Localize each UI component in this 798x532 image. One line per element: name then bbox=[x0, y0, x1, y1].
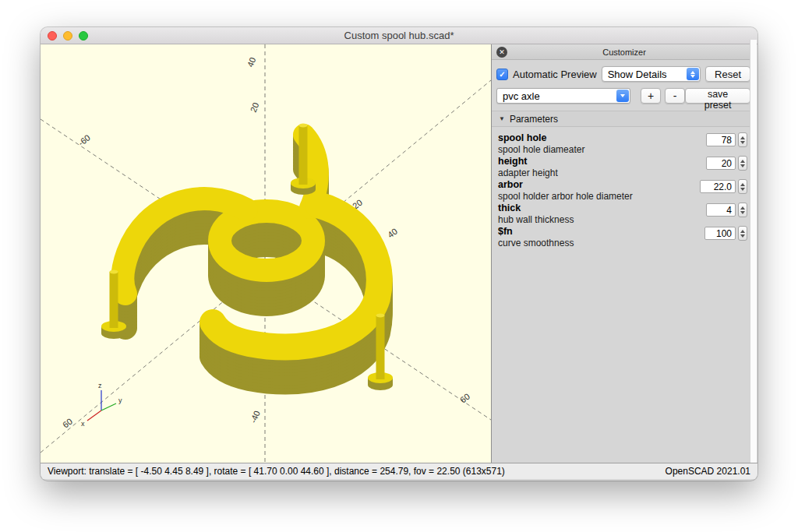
parameter-name: arbor bbox=[498, 179, 708, 191]
parameter-row-spool-hole: spool hole spool hole diameater bbox=[492, 132, 757, 156]
axis-tick-label: -60 bbox=[76, 132, 92, 147]
height-stepper[interactable] bbox=[738, 156, 747, 171]
parameter-name: $fn bbox=[498, 226, 708, 238]
fn-stepper[interactable] bbox=[738, 226, 747, 241]
parameters-header-label: Parameters bbox=[510, 114, 558, 125]
parameter-row-thick: thick hub wall thickness bbox=[492, 203, 757, 226]
parameter-description: spool hole diameater bbox=[498, 144, 708, 155]
fn-input[interactable] bbox=[704, 227, 736, 240]
axis-tick-label: 40 bbox=[386, 227, 399, 240]
parameter-row-fn: $fn curve smoothness bbox=[492, 226, 757, 249]
main-content: -60 40 20 20 40 60 -40 60 bbox=[41, 44, 757, 463]
customizer-panel: ✕ Customizer ✓ Automatic Preview Show De… bbox=[491, 44, 757, 463]
axis-tick-label: -40 bbox=[249, 410, 262, 425]
parameter-row-height: height adapter height bbox=[492, 156, 757, 179]
thick-input[interactable] bbox=[706, 203, 736, 217]
customizer-toolbar-presets: pvc axle + - save preset bbox=[492, 86, 757, 111]
axis-tick-label: 60 bbox=[61, 417, 74, 430]
spool-hole-stepper[interactable] bbox=[738, 132, 747, 147]
minimize-window-button[interactable] bbox=[63, 31, 72, 41]
arbor-stepper[interactable] bbox=[738, 179, 747, 194]
detail-level-dropdown[interactable]: Show Details bbox=[602, 66, 701, 82]
thick-stepper[interactable] bbox=[738, 203, 747, 217]
3d-scene: -60 40 20 20 40 60 -40 60 bbox=[41, 44, 491, 463]
parameter-name: spool hole bbox=[498, 132, 708, 144]
close-window-button[interactable] bbox=[48, 31, 57, 41]
customizer-toolbar-top: ✓ Automatic Preview Show Details Reset bbox=[492, 60, 757, 86]
scrollbar-track[interactable] bbox=[750, 40, 757, 463]
parameter-row-arbor: arbor spool holder arbor hole diameter bbox=[492, 179, 757, 203]
axis-tick-label: 20 bbox=[249, 101, 261, 114]
axis-indicator: z x y bbox=[81, 382, 122, 428]
parameter-name: thick bbox=[498, 203, 708, 214]
app-window: Custom spool hub.scad* -60 40 20 20 40 6… bbox=[41, 27, 757, 481]
x-axis-label: x bbox=[81, 420, 85, 428]
parameter-name: height bbox=[498, 156, 708, 167]
customizer-close-button[interactable]: ✕ bbox=[496, 47, 507, 58]
reset-button[interactable]: Reset bbox=[705, 66, 750, 82]
axis-tick-label: 60 bbox=[458, 392, 471, 405]
dropdown-chevrons-icon bbox=[687, 68, 699, 80]
traffic-lights bbox=[48, 31, 88, 41]
parameter-description: curve smoothness bbox=[498, 238, 708, 248]
parameter-description: spool holder arbor hole diameter bbox=[498, 191, 708, 202]
customizer-title: Customizer bbox=[602, 48, 646, 57]
customizer-header: ✕ Customizer bbox=[492, 44, 757, 60]
save-preset-button[interactable]: save preset bbox=[685, 88, 750, 104]
detail-level-value: Show Details bbox=[608, 69, 667, 80]
combo-chevron-icon bbox=[616, 90, 629, 102]
parameters-list: spool hole spool hole diameater height a… bbox=[492, 127, 757, 463]
y-axis-label: y bbox=[118, 396, 122, 404]
app-version-text: OpenSCAD 2021.01 bbox=[666, 466, 750, 477]
fullscreen-window-button[interactable] bbox=[79, 31, 88, 41]
window-title: Custom spool hub.scad* bbox=[344, 30, 454, 41]
parameter-description: hub wall thickness bbox=[498, 214, 708, 225]
preset-combobox[interactable]: pvc axle bbox=[496, 88, 630, 104]
height-input[interactable] bbox=[706, 157, 736, 170]
spool-hub-model bbox=[101, 124, 393, 391]
title-bar: Custom spool hub.scad* bbox=[41, 27, 757, 44]
automatic-preview-label: Automatic Preview bbox=[513, 69, 597, 80]
axis-tick-label: 40 bbox=[245, 56, 258, 69]
spool-hole-input[interactable] bbox=[706, 133, 736, 146]
3d-viewport[interactable]: -60 40 20 20 40 60 -40 60 bbox=[41, 44, 491, 463]
collapse-triangle-icon: ▼ bbox=[499, 115, 505, 122]
add-preset-button[interactable]: + bbox=[641, 88, 661, 104]
parameters-group-header[interactable]: ▼ Parameters bbox=[492, 111, 757, 127]
automatic-preview-checkbox[interactable]: ✓ bbox=[496, 69, 508, 80]
remove-preset-button[interactable]: - bbox=[665, 88, 685, 104]
viewport-status-text: Viewport: translate = [ -4.50 4.45 8.49 … bbox=[48, 466, 505, 477]
preset-value: pvc axle bbox=[503, 90, 540, 102]
parameter-description: adapter height bbox=[498, 167, 708, 178]
arbor-input[interactable] bbox=[700, 180, 736, 193]
status-bar: Viewport: translate = [ -4.50 4.45 8.49 … bbox=[41, 463, 757, 479]
z-axis-label: z bbox=[98, 382, 102, 389]
